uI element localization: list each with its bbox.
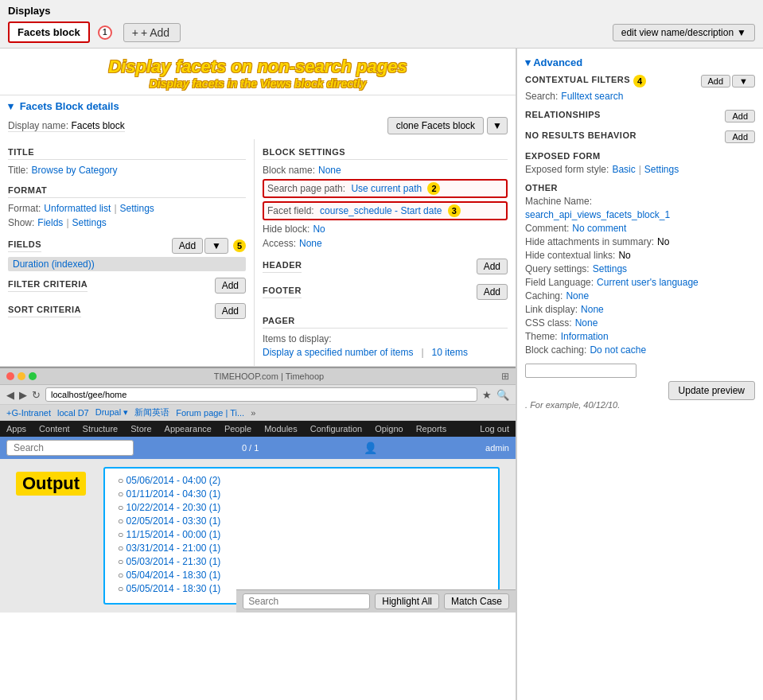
hide-block-value[interactable]: No xyxy=(313,224,325,235)
footer-heading: FOOTER xyxy=(263,286,302,298)
output-item-3: 02/05/2014 - 03:30 (1) xyxy=(118,515,485,527)
edit-view-label: edit view name/description xyxy=(621,27,734,38)
search-page-value[interactable]: Use current path xyxy=(351,183,422,194)
sidebar-advanced-label[interactable]: ▾ Advanced xyxy=(525,56,755,68)
fields-add-button[interactable]: Add xyxy=(172,238,203,254)
access-value[interactable]: None xyxy=(299,238,322,249)
contextual-filters-search-value[interactable]: Fulltext search xyxy=(561,91,623,102)
query-value[interactable]: Settings xyxy=(593,263,627,274)
highlight-all-button[interactable]: Highlight All xyxy=(375,593,439,609)
title-value[interactable]: Browse by Category xyxy=(32,165,118,176)
browser-resize-icon[interactable]: ⊞ xyxy=(501,371,509,382)
query-label: Query settings: xyxy=(525,263,590,274)
hide-contextual-value[interactable]: No xyxy=(618,250,630,261)
nav-store[interactable]: Store xyxy=(124,421,158,437)
format-value[interactable]: Unformatted list xyxy=(44,203,111,214)
no-results-add-button[interactable]: Add xyxy=(725,130,755,143)
pager-count[interactable]: 10 items xyxy=(432,347,468,358)
edit-view-button[interactable]: edit view name/description ▼ xyxy=(613,24,755,41)
no-results-section: NO RESULTS BEHAVIOR Add xyxy=(525,130,755,143)
nav-apps[interactable]: Apps xyxy=(0,421,33,437)
preview-input[interactable] xyxy=(525,364,636,378)
search-icon[interactable]: 🔍 xyxy=(496,389,509,401)
show-settings-link[interactable]: Settings xyxy=(72,217,107,228)
block-name-value[interactable]: None xyxy=(318,165,341,176)
browser-minimize-dot[interactable] xyxy=(18,372,25,380)
field-lang-row: Field Language: Current user's language xyxy=(525,277,755,288)
bookmark-news[interactable]: 新闻英语 xyxy=(134,406,169,418)
footer-add-button[interactable]: Add xyxy=(477,284,508,300)
field-item-label[interactable]: Duration (indexed)) xyxy=(13,259,95,270)
pager-display-link[interactable]: Display a specified number of items xyxy=(263,347,413,358)
nav-opigno[interactable]: Opigno xyxy=(368,421,409,437)
caching-value[interactable]: None xyxy=(566,290,589,301)
bookmarks-more[interactable]: » xyxy=(251,408,255,418)
find-input[interactable] xyxy=(243,593,370,609)
output-item-1: 01/11/2014 - 04:30 (1) xyxy=(118,488,485,500)
header-add-button[interactable]: Add xyxy=(477,259,508,274)
nav-modules[interactable]: Modules xyxy=(258,421,304,437)
contextual-filters-add-button[interactable]: Add xyxy=(701,75,731,88)
bookmark-local-d7[interactable]: local D7 xyxy=(57,408,89,418)
admin-link[interactable]: admin xyxy=(485,443,509,453)
block-caching-value[interactable]: Do not cache xyxy=(590,344,646,356)
facet-field-value[interactable]: course_schedule - Start date xyxy=(320,205,442,216)
browser-window: TIMEHOOP.com | Timehoop ⊞ ◀ ▶ ↻ ★ 🔍 +G-I… xyxy=(0,367,516,612)
nav-people[interactable]: People xyxy=(218,421,258,437)
url-bar[interactable] xyxy=(45,387,477,402)
nav-logout[interactable]: Log out xyxy=(473,421,516,437)
exposed-form-settings[interactable]: Settings xyxy=(644,164,679,175)
nav-reports[interactable]: Reports xyxy=(410,421,454,437)
output-item-2: 10/22/2014 - 20:30 (1) xyxy=(118,502,485,513)
comment-value[interactable]: No comment xyxy=(572,223,626,234)
col-right: BLOCK SETTINGS Block name: None Search p… xyxy=(255,139,516,366)
star-icon[interactable]: ★ xyxy=(482,389,492,401)
block-caching-row: Block caching: Do not cache xyxy=(525,344,755,356)
filter-criteria-add-button[interactable]: Add xyxy=(215,278,246,294)
facet-field-row: Facet field: course_schedule - Start dat… xyxy=(263,201,508,220)
other-section: OTHER Machine Name: search_api_views_fac… xyxy=(525,183,755,356)
tab-badge: 1 xyxy=(98,25,112,40)
block-details-header[interactable]: ▾ Facets Block details xyxy=(0,95,516,117)
match-case-button[interactable]: Match Case xyxy=(444,593,509,609)
field-lang-value[interactable]: Current user's language xyxy=(597,277,699,288)
drupal-search-input[interactable] xyxy=(6,440,134,456)
nav-appearance[interactable]: Appearance xyxy=(158,421,218,437)
link-display-value[interactable]: None xyxy=(581,304,604,315)
clone-dropdown-button[interactable]: ▼ xyxy=(487,117,508,134)
nav-content[interactable]: Content xyxy=(33,421,76,437)
add-display-button[interactable]: ++ Add xyxy=(123,23,181,42)
forward-icon[interactable]: ▶ xyxy=(19,389,27,401)
machine-name-value[interactable]: search_api_views_facets_block_1 xyxy=(525,209,670,220)
exposed-form-value[interactable]: Basic xyxy=(612,164,635,175)
show-fields-link[interactable]: Fields xyxy=(37,217,63,228)
facets-block-tab[interactable]: Facets block xyxy=(8,21,90,43)
browser-maximize-dot[interactable] xyxy=(29,372,37,380)
hide-attachments-value[interactable]: No xyxy=(657,236,669,247)
back-icon[interactable]: ◀ xyxy=(6,389,14,401)
facet-field-label: Facet field: xyxy=(267,205,314,216)
theme-value[interactable]: Information xyxy=(561,331,609,342)
exposed-form-heading: EXPOSED FORM xyxy=(525,151,755,161)
contextual-filters-add-arrow[interactable]: ▼ xyxy=(732,75,755,88)
browser-close-dot[interactable] xyxy=(6,372,14,380)
relationships-section: RELATIONSHIPS Add xyxy=(525,110,755,122)
badge-3: 3 xyxy=(448,204,461,217)
plus-icon: + xyxy=(132,26,138,39)
nav-structure[interactable]: Structure xyxy=(76,421,125,437)
browser-controls xyxy=(6,372,37,380)
update-preview-button[interactable]: Update preview xyxy=(668,381,755,400)
bookmark-g-intranet[interactable]: +G-Intranet xyxy=(6,408,51,418)
format-settings-link[interactable]: Settings xyxy=(120,203,154,214)
nav-configuration[interactable]: Configuration xyxy=(304,421,368,437)
css-class-value[interactable]: None xyxy=(575,317,598,329)
relationships-add-button[interactable]: Add xyxy=(725,110,755,122)
sort-criteria-add-button[interactable]: Add xyxy=(215,303,246,319)
bookmark-drupal[interactable]: Drupal ▾ xyxy=(95,407,128,418)
clone-button[interactable]: clone Facets block xyxy=(387,117,484,134)
refresh-icon[interactable]: ↻ xyxy=(32,389,41,401)
block-name-row: Block name: None xyxy=(263,165,508,176)
bookmark-forum[interactable]: Forum page | Ti... xyxy=(176,408,244,418)
fields-add-arrow[interactable]: ▼ xyxy=(204,238,228,254)
output-item-7: 05/04/2014 - 18:30 (1) xyxy=(118,570,485,581)
